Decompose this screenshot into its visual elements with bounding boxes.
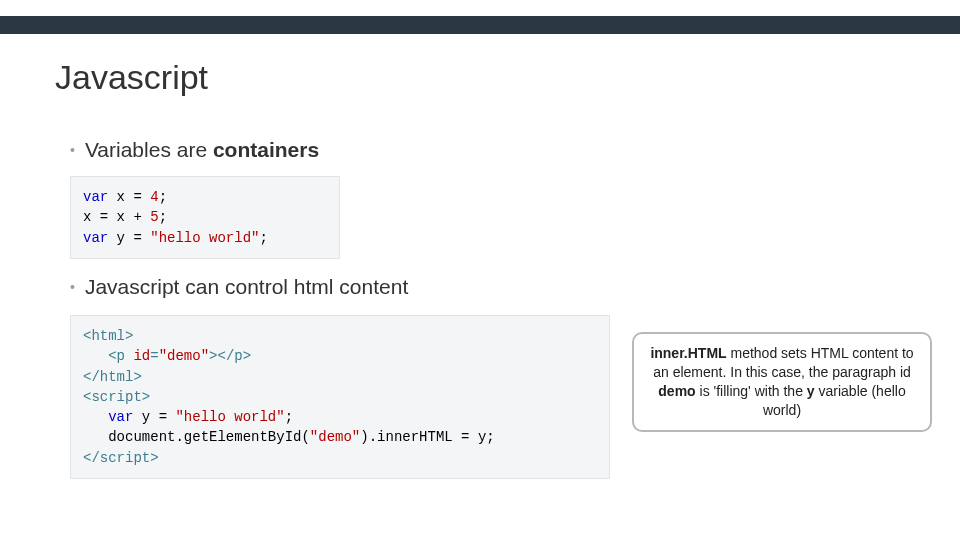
kw-var3: var [83,409,133,425]
code1-l2c: ; [159,209,167,225]
num-5: 5 [150,209,158,225]
str-demo2: "demo" [310,429,360,445]
code1-l3d: ; [259,230,267,246]
kw-var1: var [83,189,108,205]
code-block-html-control: <html> <p id="demo"></p> </html> <script… [70,315,610,479]
code2-l5d: ; [285,409,293,425]
tag-p-open: <p [83,348,133,364]
bullet1-text: Variables are containers [85,138,319,162]
code2-l6a: document.getElementById( [83,429,310,445]
tag-p-close: ></p> [209,348,251,364]
bullet-variables: • Variables are containers [70,138,319,162]
top-accent-bar [0,16,960,34]
code-block-variables: var x = 4; x = x + 5; var y = "hello wor… [70,176,340,259]
callout-bold-y: y [807,383,815,399]
callout-bold-innerhtml: inner.HTML [650,345,726,361]
kw-var2: var [83,230,108,246]
str-hello1: "hello world" [150,230,259,246]
attr-eq: = [150,348,158,364]
bullet-control-html: • Javascript can control html content [70,275,408,299]
bullet-dot-icon: • [70,279,75,295]
tag-html-open: <html> [83,328,133,344]
num-4: 4 [150,189,158,205]
tag-script-open: <script> [83,389,150,405]
callout-bold-demo: demo [658,383,695,399]
bullet-dot-icon: • [70,142,75,158]
bullet1-prefix: Variables are [85,138,213,161]
attr-id: id [133,348,150,364]
code1-l2a: x = x + [83,209,150,225]
callout-innerhtml: inner.HTML method sets HTML content to a… [632,332,932,432]
code1-l1d: ; [159,189,167,205]
callout-t4: is 'filling' with the [696,383,807,399]
code2-l5b: y = [133,409,175,425]
code1-l3b: y = [108,230,150,246]
code2-l6c: ).innerHTML = y; [360,429,494,445]
bullet1-bold: containers [213,138,319,161]
code1-l1b: x = [108,189,150,205]
tag-html-close: </html> [83,369,142,385]
str-hello2: "hello world" [175,409,284,425]
str-demo: "demo" [159,348,209,364]
tag-script-close: </script> [83,450,159,466]
bullet2-text: Javascript can control html content [85,275,408,299]
slide-title: Javascript [55,58,208,97]
